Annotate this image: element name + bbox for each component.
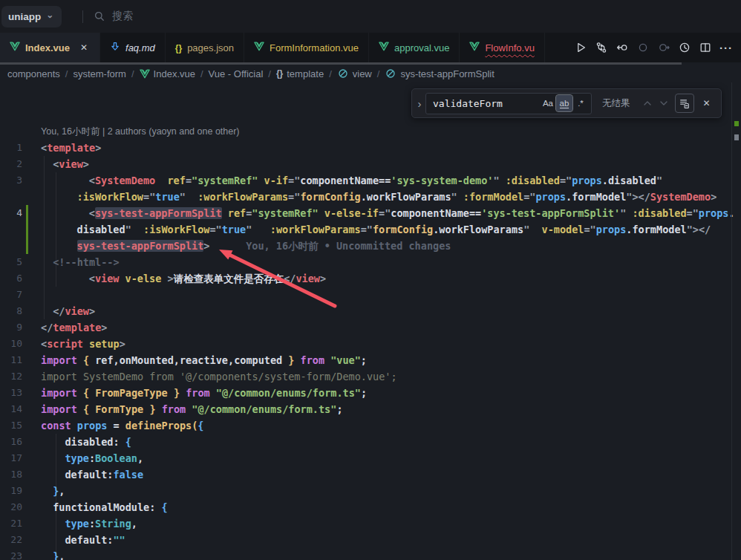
tab-FlowInfo.vu[interactable]: FlowInfo.vu — [460, 33, 544, 62]
line-content[interactable]: import { FormType } from "@/common/enums… — [41, 401, 343, 417]
title-bar: uniapp ⌄ 搜索 — [0, 0, 741, 33]
breadcrumb-item[interactable]: Index.vue — [140, 68, 195, 79]
line-content[interactable]: }, — [41, 548, 65, 560]
breadcrumb-item[interactable]: components — [7, 68, 60, 79]
line-content[interactable]: <template> — [41, 140, 101, 156]
search-icon — [94, 10, 105, 22]
code-line: 5<!--html--> — [0, 254, 732, 270]
nav-back-icon[interactable] — [634, 39, 652, 56]
line-content[interactable]: sys-test-appFormSplit> You, 16小时前 • Unco… — [41, 238, 451, 254]
line-content[interactable]: import { FromPageType } from "@/common/e… — [41, 385, 367, 401]
breadcrumb-item[interactable]: system-form — [73, 68, 126, 79]
run-icon[interactable] — [572, 39, 590, 56]
line-content[interactable]: <view> — [41, 156, 89, 172]
code-line: 12import SystemDemo from '@/components/s… — [0, 368, 732, 385]
breadcrumb-item[interactable]: {}template — [276, 68, 324, 79]
tab-label: FlowInfo.vu — [485, 42, 534, 53]
indent-guide — [44, 156, 45, 319]
breadcrumb-item[interactable]: Vue - Official — [209, 68, 264, 79]
split-editor-icon[interactable] — [696, 39, 714, 56]
code-line: sys-test-appFormSplit> You, 16小时前 • Unco… — [0, 238, 732, 254]
timeline-icon[interactable] — [676, 39, 693, 56]
line-content[interactable]: const props = defineProps({ — [41, 417, 204, 434]
change-indicator — [26, 156, 28, 172]
global-search[interactable]: 搜索 — [94, 10, 133, 23]
indent-guide — [56, 434, 56, 560]
tab-label: pages.json — [187, 42, 234, 53]
tab-faq.md[interactable]: faq.md — [100, 33, 166, 62]
line-content[interactable]: <SystemDemo ref="systemRef" v-if="compon… — [41, 172, 662, 189]
line-number: 2 — [0, 156, 22, 172]
next-match-icon[interactable] — [656, 95, 672, 111]
line-number: 22 — [0, 532, 22, 548]
close-icon[interactable]: ✕ — [699, 95, 715, 111]
toggle-replace-icon[interactable]: › — [414, 97, 425, 110]
code-line: 20functionalModule: { — [0, 499, 732, 515]
code-lines: You, 16小时前 | 2 authors (yaoyn and one ot… — [0, 82, 732, 560]
regex-toggle[interactable]: .* — [572, 95, 589, 111]
tab-Index.vue[interactable]: Index.vue✕ — [0, 33, 100, 62]
line-content[interactable]: import SystemDemo from '@/components/sys… — [41, 368, 397, 385]
tab-label: approval.vue — [394, 42, 449, 53]
ruler-marker — [734, 134, 739, 140]
previous-match-icon[interactable] — [639, 95, 656, 111]
line-content[interactable]: </template> — [41, 319, 107, 336]
line-content[interactable]: </view> — [41, 303, 95, 319]
change-indicator — [26, 401, 28, 417]
line-content[interactable]: <!--html--> — [41, 254, 120, 270]
nav-forward-icon[interactable] — [655, 39, 673, 56]
line-number: 9 — [0, 319, 22, 336]
code-line: 18default:false — [0, 466, 732, 483]
change-indicator — [26, 515, 28, 532]
tab-bar: Index.vue✕faq.md{}pages.jsonFormInformat… — [0, 33, 741, 62]
breadcrumb-item[interactable]: view — [337, 68, 372, 79]
breadcrumb-separator: / — [200, 68, 203, 79]
more-actions-icon[interactable]: ··· — [717, 39, 735, 56]
open-changes-icon[interactable] — [613, 39, 631, 56]
close-icon[interactable]: ✕ — [78, 42, 90, 53]
change-indicator — [26, 205, 28, 221]
braces-icon: {} — [276, 68, 283, 79]
line-content[interactable]: }, — [41, 483, 65, 499]
line-content[interactable]: disabled: { — [41, 434, 131, 450]
change-indicator — [26, 221, 28, 238]
vue-icon — [254, 42, 264, 53]
change-indicator — [26, 303, 28, 319]
editor-actions: ··· — [572, 33, 741, 62]
breadcrumb-label: Vue - Official — [209, 68, 264, 79]
line-content[interactable]: You, 16小时前 | 2 authors (yaoyn and one ot… — [41, 123, 240, 140]
line-number: 4 — [0, 205, 22, 221]
change-indicator — [26, 466, 28, 483]
match-case-toggle[interactable]: Aa — [540, 95, 556, 111]
find-in-selection-icon[interactable] — [675, 94, 694, 113]
change-indicator — [26, 417, 28, 434]
overview-ruler[interactable] — [731, 82, 741, 560]
line-number: 13 — [0, 385, 22, 401]
breadcrumb-item[interactable]: sys-test-appFormSplit — [385, 68, 494, 79]
line-content[interactable]: <script setup> — [41, 336, 125, 352]
breadcrumb-label: system-form — [73, 68, 126, 79]
line-content[interactable]: default:"" — [41, 532, 125, 548]
tab-FormInformation.vue[interactable]: FormInformation.vue — [244, 33, 369, 62]
project-menu[interactable]: uniapp ⌄ — [1, 6, 62, 27]
change-indicator — [26, 385, 28, 401]
git-compare-icon[interactable] — [593, 39, 610, 56]
line-content[interactable]: <view v-else >请检查表单文件是否存在</view> — [41, 270, 326, 287]
line-content[interactable]: :isWorkFlow="true" :workFlowParams="form… — [41, 189, 716, 205]
whole-word-toggle[interactable]: ab — [556, 95, 572, 111]
line-content[interactable]: import { ref,onMounted,reactive,computed… — [41, 352, 367, 368]
tab-pages.json[interactable]: {}pages.json — [166, 33, 244, 62]
line-number: 1 — [0, 140, 22, 156]
find-input[interactable] — [431, 97, 540, 110]
line-content[interactable]: disabled" :isWorkFlow="true" :workFlowPa… — [41, 221, 711, 238]
line-content[interactable]: <sys-test-appFormSplit ref="systemRef" v… — [41, 205, 735, 221]
editor[interactable]: You, 16小时前 | 2 authors (yaoyn and one ot… — [0, 82, 741, 560]
change-indicator — [26, 140, 28, 156]
tab-approval.vue[interactable]: approval.vue — [369, 33, 460, 62]
code-line: 2<view> — [0, 156, 732, 172]
line-number: 7 — [0, 287, 22, 303]
change-indicator — [26, 270, 28, 287]
change-indicator — [26, 499, 28, 515]
line-content[interactable]: functionalModule: { — [41, 499, 168, 515]
change-indicator — [26, 319, 28, 336]
